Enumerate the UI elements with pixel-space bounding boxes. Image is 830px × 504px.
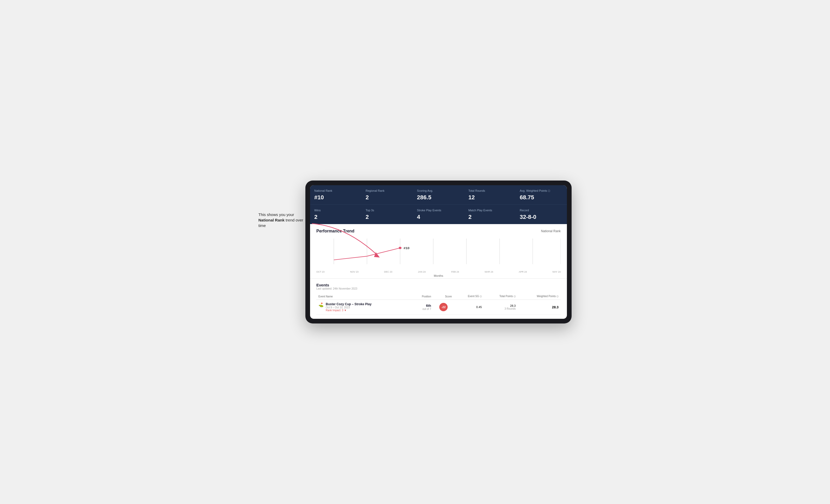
performance-trend-section: Performance Trend National Rank [310,224,567,279]
event-position-cell: 6th out of 7 [411,300,433,314]
event-position: 6th [413,304,431,308]
event-weighted-points: 28.3 [552,305,558,309]
events-section: Events Last updated: 24th November 2023 … [310,279,567,319]
events-table-head: Event Name Position Score Event SG ⓘ Tot… [316,293,561,300]
stat-scoring-avg: Scoring Avg. 286.5 [413,185,464,205]
event-sg-cell: 0.45 [454,300,484,314]
stat-regional-rank-value: 2 [366,194,409,201]
chart-label-jan24: JAN 24 [418,271,426,273]
col-total-points: Total Points ⓘ [484,293,518,300]
col-score: Score [433,293,454,300]
stat-match-play: Match Play Events 2 [464,205,515,224]
events-last-updated: Last updated: 24th November 2023 [316,287,561,290]
svg-text:#10: #10 [404,246,410,250]
stat-total-rounds: Total Rounds 12 [464,185,515,205]
stat-scoring-avg-value: 286.5 [417,194,460,201]
stat-top3s-value: 2 [366,214,409,221]
event-rank-impact: Rank Impact: 3 ▼ [326,309,372,312]
event-total-points-cell: 28.3 3 Rounds [484,300,518,314]
stat-match-play-value: 2 [468,214,511,221]
svg-point-9 [399,247,402,249]
events-table: Event Name Position Score Event SG ⓘ Tot… [316,293,561,314]
event-details: Buster Cozy Cup – Stroke Play Oct 9 – Oc… [326,302,372,312]
golf-icon: ⛳ [318,302,324,307]
stat-national-rank-value: #10 [314,194,357,201]
stat-stroke-play-label: Stroke Play Events [417,208,460,212]
performance-chart: #10 OCT 23 NOV 23 DEC 23 JAN 24 FEB 24 M… [316,237,561,274]
stat-top3s: Top 3s 2 [361,205,413,224]
stat-avg-weighted: Avg. Weighted Points ⓘ 68.75 [515,185,567,205]
stat-total-rounds-value: 12 [468,194,511,201]
events-table-header-row: Event Name Position Score Event SG ⓘ Tot… [316,293,561,300]
annotation: This shows you your National Rank trend … [258,212,311,228]
annotation-bold: National Rank [258,218,285,222]
chart-months-label: Months [316,274,561,277]
tablet-screen: National Rank #10 Regional Rank 2 Scorin… [310,185,567,319]
performance-trend-label: National Rank [541,229,561,233]
stat-match-play-label: Match Play Events [468,208,511,212]
chart-label-oct23: OCT 23 [316,271,324,273]
chart-x-labels: OCT 23 NOV 23 DEC 23 JAN 24 FEB 24 MAR 2… [316,269,561,273]
stat-avg-weighted-label: Avg. Weighted Points ⓘ [520,189,563,193]
chart-label-nov23: NOV 23 [350,271,358,273]
performance-trend-title: Performance Trend [316,229,354,233]
stat-wins-value: 2 [314,214,357,221]
col-event-sg: Event SG ⓘ [454,293,484,300]
stat-avg-weighted-value: 68.75 [520,194,563,201]
event-score-cell: -22 [433,300,454,314]
event-position-sub: out of 7 [413,308,431,310]
col-event-name: Event Name [316,293,411,300]
events-title: Events [316,283,561,287]
stat-national-rank: National Rank #10 [310,185,361,205]
chart-label-feb24: FEB 24 [451,271,459,273]
stat-top3s-label: Top 3s [366,208,409,212]
stat-stroke-play-value: 4 [417,214,460,221]
stat-total-rounds-label: Total Rounds [468,189,511,193]
stats-row-2: Wins 2 Top 3s 2 Stroke Play Events 4 Mat… [310,204,567,224]
chart-label-apr24: APR 24 [519,271,527,273]
col-weighted-points: Weighted Points ⓘ [518,293,561,300]
stat-record: Record 32-8-0 [515,205,567,224]
col-position: Position [411,293,433,300]
stat-regional-rank: Regional Rank 2 [361,185,413,205]
stat-stroke-play: Stroke Play Events 4 [413,205,464,224]
stat-scoring-avg-label: Scoring Avg. [417,189,460,193]
events-table-body: ⛳ Buster Cozy Cup – Stroke Play Oct 9 – … [316,300,561,314]
chart-label-mar24: MAR 24 [485,271,493,273]
scene: This shows you your National Rank trend … [258,180,572,324]
event-name: Buster Cozy Cup – Stroke Play [326,302,372,306]
table-row: ⛳ Buster Cozy Cup – Stroke Play Oct 9 – … [316,300,561,314]
performance-trend-header: Performance Trend National Rank [316,229,561,233]
tablet-frame: National Rank #10 Regional Rank 2 Scorin… [306,180,572,324]
event-sg: 0.45 [476,305,482,309]
stat-record-label: Record [520,208,563,212]
annotation-text: This shows you your National Rank trend … [258,212,303,228]
event-total-points: 28.3 [486,304,516,307]
stat-wins-label: Wins [314,208,357,212]
chart-svg: #10 [316,237,561,268]
stats-row-1: National Rank #10 Regional Rank 2 Scorin… [310,185,567,205]
event-name-cell: ⛳ Buster Cozy Cup – Stroke Play Oct 9 – … [316,300,411,314]
event-total-rounds: 3 Rounds [486,307,516,310]
chart-label-dec23: DEC 23 [384,271,392,273]
stat-wins: Wins 2 [310,205,361,224]
stat-record-value: 32-8-0 [520,214,563,221]
chart-label-may24: MAY 24 [552,271,561,273]
event-weighted-points-cell: 28.3 [518,300,561,314]
event-date: Oct 9 – Oct 10, 2023 [326,306,372,309]
event-score-badge: -22 [439,303,448,311]
stat-national-rank-label: National Rank [314,189,357,193]
stat-regional-rank-label: Regional Rank [366,189,409,193]
